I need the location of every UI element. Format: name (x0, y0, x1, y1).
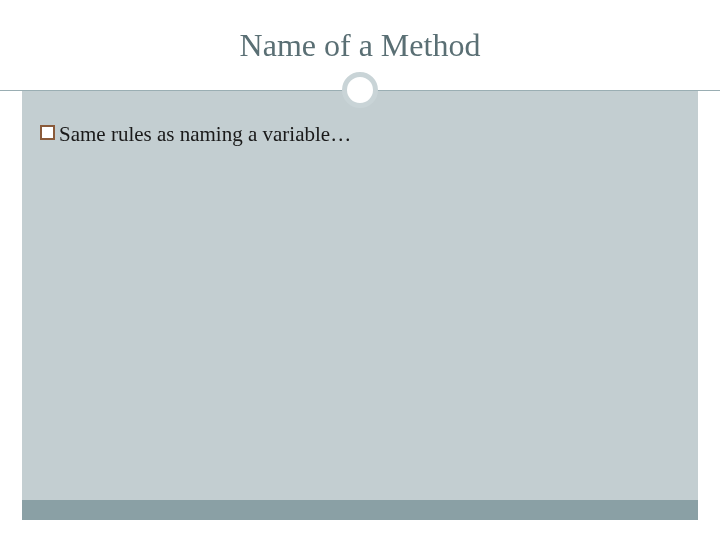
footer-band (22, 500, 698, 520)
content-area: Same rules as naming a variable… (22, 91, 698, 500)
slide: Name of a Method Same rules as naming a … (0, 0, 720, 540)
list-item: Same rules as naming a variable… (40, 121, 680, 148)
slide-title: Name of a Method (240, 27, 481, 64)
square-bullet-icon (40, 125, 55, 140)
bullet-text: Same rules as naming a variable… (59, 121, 351, 148)
circle-decoration-icon (342, 72, 378, 108)
